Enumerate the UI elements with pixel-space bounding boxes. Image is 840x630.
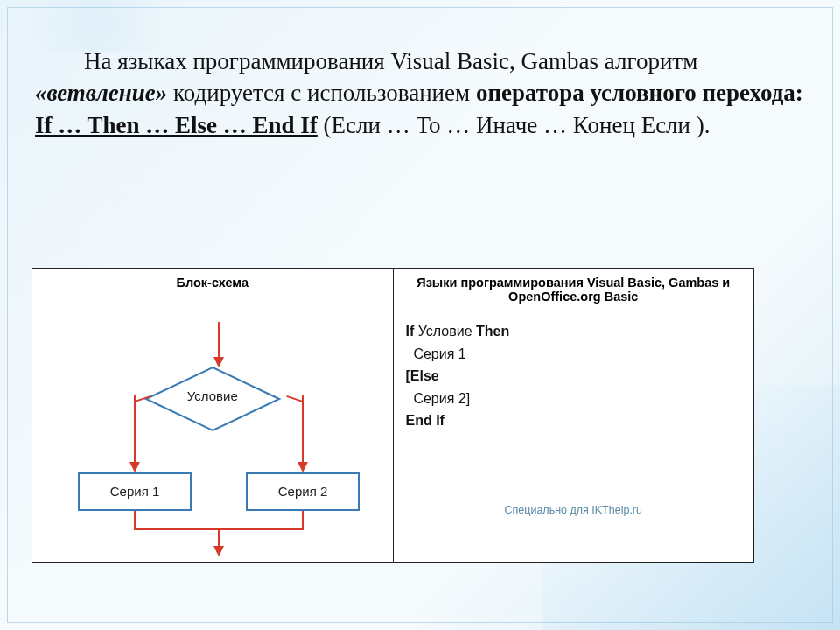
block-series-1: Серия 1: [78, 472, 192, 511]
cell-flowchart: Условие Серия 1 Серия 2: [32, 312, 394, 563]
table-body-row: Условие Серия 1 Серия 2 If Условие Th: [32, 312, 754, 563]
text-syntax: If … Then … Else … End If: [35, 112, 318, 138]
line-right-down: [302, 396, 304, 464]
line-entry: [218, 322, 220, 359]
header-languages: Языки программирования Visual Basic, Gam…: [393, 269, 754, 312]
text-branching: «ветвление»: [35, 80, 167, 106]
arrowhead-exit: [214, 546, 224, 556]
line-exit: [218, 528, 220, 548]
text-run-1: На языках программирования Visual Basic,…: [84, 48, 697, 74]
text-run-7: (Если … То … Иначе … Конец Если ).: [318, 112, 710, 138]
table-header-row: Блок-схема Языки программирования Visual…: [32, 269, 754, 312]
block-series-2: Серия 2: [246, 472, 360, 511]
header-flowchart: Блок-схема: [32, 269, 394, 312]
line-out-left-v: [134, 511, 136, 528]
code-line-2: Серия 1: [406, 343, 742, 366]
condition-label: Условие: [144, 388, 281, 403]
code-line-5: End If: [406, 410, 742, 432]
arrowhead-right: [298, 462, 308, 472]
line-left-down: [134, 396, 136, 464]
code-block: If Условие Then Серия 1 [Else Серия 2] E…: [401, 317, 747, 434]
line-out-right-v: [302, 511, 304, 528]
text-operator: оператора условного перехода:: [476, 80, 803, 106]
paragraph: На языках программирования Visual Basic,…: [35, 46, 805, 141]
cell-code: If Условие Then Серия 1 [Else Серия 2] E…: [393, 312, 754, 563]
code-line-1: If Условие Then: [406, 320, 742, 343]
code-line-4: Серия 2]: [406, 388, 742, 410]
code-line-3: [Else: [406, 365, 742, 388]
line-right-diag: [286, 396, 304, 402]
text-run-3: кодируется с использованием: [167, 80, 476, 106]
condition-diamond: Условие: [144, 366, 281, 432]
credit-text: Специально для IKThelp.ru: [401, 504, 747, 516]
comparison-table: Блок-схема Языки программирования Visual…: [32, 268, 754, 563]
flowchart-diagram: Условие Серия 1 Серия 2: [39, 317, 386, 556]
decor-top-left: [0, 0, 192, 52]
arrowhead-left: [130, 462, 140, 472]
